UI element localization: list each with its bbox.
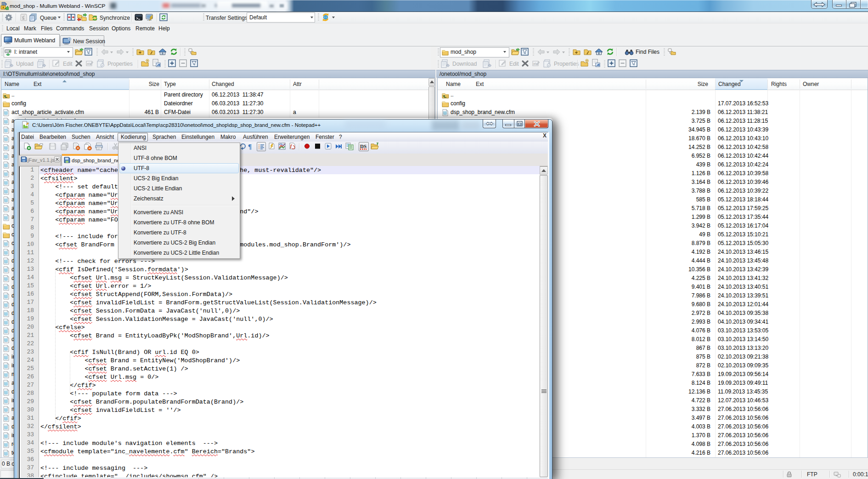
svg-text:ab: ab xyxy=(533,62,537,65)
svg-text:ab: ab xyxy=(87,62,90,65)
svg-text:¶: ¶ xyxy=(248,143,252,150)
